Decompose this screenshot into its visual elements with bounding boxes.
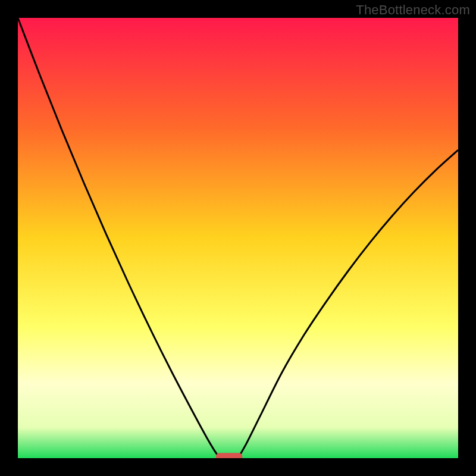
chart-frame: TheBottleneck.com bbox=[0, 0, 476, 476]
bottleneck-plot bbox=[18, 18, 458, 458]
watermark-text: TheBottleneck.com bbox=[356, 2, 470, 18]
gradient-background bbox=[18, 18, 458, 458]
min-marker bbox=[216, 453, 242, 458]
